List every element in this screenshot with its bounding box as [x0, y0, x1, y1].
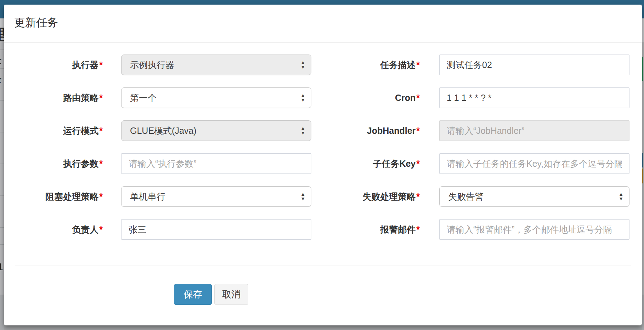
fail-strategy-select[interactable]: 失败告警 ▲▼ [439, 186, 629, 207]
required-asterisk: * [416, 224, 420, 234]
author-input[interactable] [121, 219, 311, 240]
background-table-line [0, 50, 4, 50]
screen: 理 任 条 1 更新任务 执行器* 示例执行器 ▲▼ 任务描述* 路由策略* [0, 0, 644, 330]
executor-label: 执行器* [14, 59, 103, 70]
background-table-line [0, 68, 4, 69]
job-desc-input[interactable] [439, 55, 629, 75]
background-table-line [0, 195, 4, 196]
background-page-bottom [0, 295, 4, 330]
alarm-email-label: 报警邮件* [333, 224, 420, 235]
route-strategy-select[interactable]: 第一个 ▲▼ [121, 87, 311, 108]
job-handler-input [439, 120, 629, 141]
background-table-line [0, 100, 4, 101]
background-heading-fragment: 理 [0, 25, 4, 45]
background-navbar-left [0, 5, 4, 18]
alarm-email-input[interactable] [439, 219, 629, 240]
required-asterisk: * [416, 60, 420, 70]
background-green-button-fragment [642, 57, 643, 81]
required-asterisk: * [99, 93, 103, 103]
required-asterisk: * [416, 159, 420, 169]
background-table-line [0, 164, 4, 164]
background-orange-button-fragment [642, 169, 643, 183]
background-row-fragment: 任 [0, 52, 1, 67]
child-jobkey-input[interactable] [439, 153, 629, 174]
cron-input[interactable] [439, 87, 629, 108]
glue-type-label: 运行模式* [14, 125, 103, 136]
select-arrows-icon: ▲▼ [300, 192, 305, 201]
block-strategy-select[interactable]: 单机串行 ▲▼ [121, 186, 311, 207]
background-table-line [0, 244, 4, 245]
background-row-fragment: 条 [0, 71, 2, 86]
save-button[interactable]: 保存 [174, 284, 212, 305]
modal-backdrop [4, 325, 642, 330]
modal-title: 更新任务 [14, 15, 58, 30]
background-content-header [642, 18, 644, 42]
required-asterisk: * [99, 60, 103, 70]
job-desc-label: 任务描述* [333, 59, 420, 70]
required-asterisk: * [99, 126, 103, 136]
exec-param-input[interactable] [121, 153, 311, 174]
background-navbar-right [642, 5, 644, 18]
modal-header-divider [4, 42, 642, 43]
update-task-modal: 更新任务 执行器* 示例执行器 ▲▼ 任务描述* 路由策略* 第一个 ▲▼ Cr… [4, 5, 642, 325]
author-label: 负责人* [14, 224, 103, 235]
required-asterisk: * [99, 192, 103, 201]
select-arrows-icon: ▲▼ [300, 93, 305, 102]
background-table-line [0, 227, 4, 228]
executor-select: 示例执行器 ▲▼ [121, 55, 311, 75]
fail-strategy-label: 失败处理策略* [333, 191, 420, 202]
required-asterisk: * [416, 126, 420, 136]
background-navbar [0, 0, 644, 5]
exec-param-label: 执行参数* [14, 158, 103, 169]
select-arrows-icon: ▲▼ [300, 126, 305, 135]
child-jobkey-label: 子任务Key* [333, 158, 420, 169]
select-arrows-icon: ▲▼ [618, 192, 623, 201]
required-asterisk: * [99, 224, 103, 234]
background-table-line [0, 132, 4, 132]
cancel-button[interactable]: 取消 [214, 284, 248, 305]
background-left-sliver: 理 任 条 1 [0, 18, 4, 330]
cron-label: Cron* [333, 92, 420, 103]
background-pagination-fragment: 1 [0, 261, 3, 273]
job-handler-label: JobHandler* [333, 125, 420, 136]
background-page-bottom [642, 295, 644, 330]
required-asterisk: * [416, 192, 420, 201]
glue-type-select: GLUE模式(Java) ▲▼ [121, 120, 311, 141]
route-strategy-label: 路由策略* [14, 92, 103, 103]
block-strategy-label: 阻塞处理策略* [14, 191, 103, 202]
background-blue-button-fragment [642, 153, 643, 167]
select-arrows-icon: ▲▼ [300, 60, 305, 69]
form-divider [15, 266, 631, 266]
required-asterisk: * [99, 159, 103, 169]
required-asterisk: * [416, 93, 420, 103]
